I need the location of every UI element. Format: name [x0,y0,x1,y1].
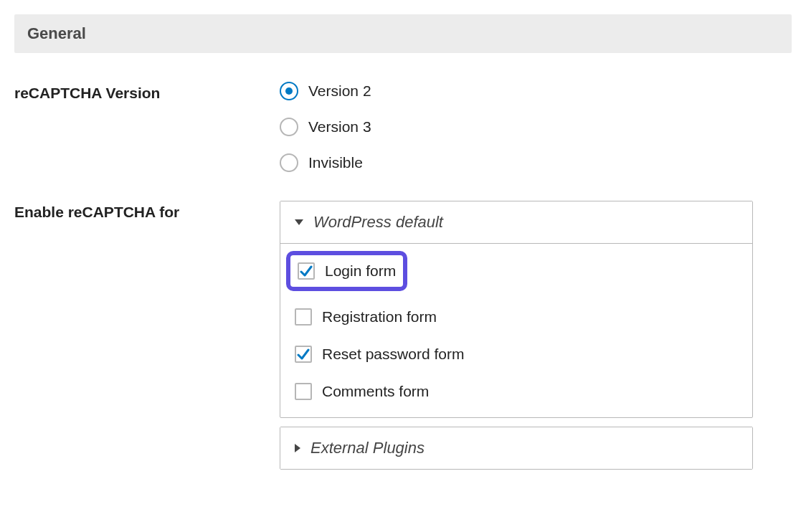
panel-header-wordpress-default[interactable]: WordPress default [280,201,752,244]
radio-version-invisible[interactable]: Invisible [280,153,753,172]
row-recaptcha-version: reCAPTCHA Version Version 2 Version 3 In… [14,82,792,172]
checkbox-icon [295,346,312,363]
checkbox-login-form[interactable]: Login form [286,251,407,291]
chevron-right-icon [295,444,300,452]
chevron-down-icon [295,219,303,225]
row-enable-recaptcha: Enable reCAPTCHA for WordPress default L… [14,201,792,470]
panel-title: WordPress default [313,213,443,232]
panel-title: External Plugins [310,439,425,457]
section-title: General [27,24,86,42]
panel-group: WordPress default Login form Registratio… [280,201,753,470]
label-enable-recaptcha: Enable reCAPTCHA for [14,201,280,221]
panel-body-wordpress-default: Login form Registration form Reset passw… [280,244,752,417]
checkbox-label: Comments form [322,383,429,400]
checkbox-icon [295,383,312,400]
radio-group-version: Version 2 Version 3 Invisible [280,82,753,172]
radio-label: Invisible [308,154,363,171]
panel-wordpress-default: WordPress default Login form Registratio… [280,201,753,418]
panel-external-plugins: External Plugins [280,427,753,470]
checkbox-comments-form[interactable]: Comments form [293,380,739,403]
checkbox-reset-password-form[interactable]: Reset password form [293,343,739,366]
radio-icon [280,118,298,136]
checkbox-icon [295,308,312,326]
checkbox-label: Login form [325,262,396,280]
radio-icon [280,153,298,172]
radio-version-2[interactable]: Version 2 [280,82,753,100]
checkbox-icon [298,262,315,280]
radio-label: Version 3 [308,118,371,136]
panel-header-external-plugins[interactable]: External Plugins [280,427,752,469]
checkbox-label: Registration form [322,308,437,326]
radio-version-3[interactable]: Version 3 [280,118,753,136]
checkbox-registration-form[interactable]: Registration form [293,305,739,328]
radio-label: Version 2 [308,82,371,100]
radio-icon [280,82,298,100]
label-recaptcha-version: reCAPTCHA Version [14,82,280,102]
section-header-general: General [14,14,792,53]
checkbox-label: Reset password form [322,346,464,363]
